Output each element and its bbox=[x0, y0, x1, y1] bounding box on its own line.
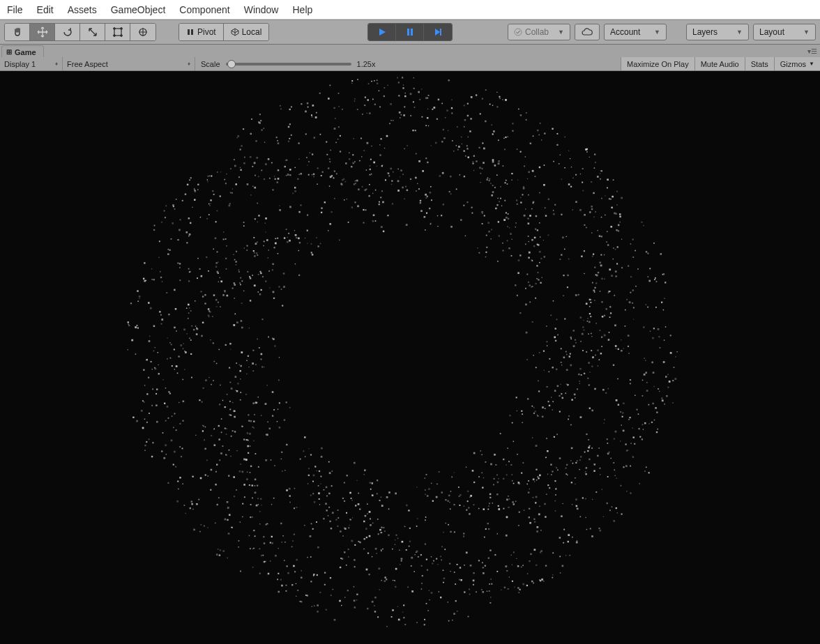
scale-tool-button[interactable] bbox=[80, 24, 105, 40]
scale-control: Scale 1.25x bbox=[195, 60, 381, 68]
menu-window[interactable]: Window bbox=[237, 1, 286, 18]
account-label: Account bbox=[610, 27, 640, 37]
local-icon bbox=[231, 28, 239, 36]
svg-rect-6 bbox=[188, 29, 190, 35]
move-icon bbox=[37, 26, 48, 38]
game-control-bar: Display 1 ♦ Free Aspect ♦ Scale 1.25x Ma… bbox=[0, 57, 820, 71]
game-viewport bbox=[0, 71, 820, 644]
svg-point-11 bbox=[515, 29, 522, 36]
pause-button[interactable] bbox=[396, 24, 424, 40]
chevron-down-icon: ▼ bbox=[809, 61, 814, 67]
transform-tool-group bbox=[4, 23, 156, 41]
pivot-icon bbox=[186, 28, 195, 36]
aspect-label: Free Aspect bbox=[67, 60, 108, 68]
layers-dropdown[interactable]: Layers ▼ bbox=[686, 24, 749, 40]
step-icon bbox=[433, 27, 443, 37]
chevron-down-icon: ▼ bbox=[736, 29, 743, 36]
rect-tool-button[interactable] bbox=[105, 24, 130, 40]
chevron-down-icon: ▼ bbox=[654, 29, 660, 36]
handle-orientation-group: Pivot Local bbox=[179, 23, 269, 41]
rotate-tool-button[interactable] bbox=[55, 24, 80, 40]
svg-rect-9 bbox=[411, 29, 413, 36]
mixed-transform-icon bbox=[137, 26, 149, 38]
gizmos-toggle[interactable]: Gizmos ▼ bbox=[774, 57, 820, 70]
scale-icon bbox=[87, 26, 98, 38]
menu-component[interactable]: Component bbox=[172, 1, 236, 18]
tab-bar: Game ▾☰ bbox=[0, 45, 820, 57]
menu-assets[interactable]: Assets bbox=[61, 1, 104, 18]
cloud-button[interactable] bbox=[575, 24, 600, 40]
mute-audio-toggle[interactable]: Mute Audio bbox=[694, 57, 745, 70]
svg-point-2 bbox=[120, 28, 122, 30]
toolbar: Pivot Local Collab ▼ Account bbox=[0, 20, 820, 45]
scale-label: Scale bbox=[201, 60, 220, 68]
step-button[interactable] bbox=[424, 24, 452, 40]
aspect-dropdown[interactable]: Free Aspect ♦ bbox=[63, 57, 195, 70]
mixed-tool-button[interactable] bbox=[130, 24, 155, 40]
menu-gameobject[interactable]: GameObject bbox=[104, 1, 173, 18]
scale-slider-thumb[interactable] bbox=[227, 60, 236, 68]
toolbar-right: Collab ▼ Account ▼ Layers ▼ Layout ▼ bbox=[508, 24, 816, 40]
tab-game[interactable]: Game bbox=[1, 45, 44, 57]
layout-label: Layout bbox=[759, 27, 784, 37]
scale-slider[interactable] bbox=[226, 63, 351, 66]
updown-icon: ♦ bbox=[188, 61, 190, 67]
svg-rect-0 bbox=[114, 29, 121, 36]
svg-rect-10 bbox=[440, 29, 441, 36]
layers-label: Layers bbox=[692, 27, 718, 37]
svg-point-1 bbox=[113, 28, 115, 30]
menu-edit[interactable]: Edit bbox=[30, 1, 61, 18]
hand-icon bbox=[12, 26, 23, 38]
display-label: Display 1 bbox=[4, 60, 36, 68]
pivot-label: Pivot bbox=[197, 27, 216, 37]
collab-dropdown[interactable]: Collab ▼ bbox=[508, 24, 570, 40]
game-tab-label: Game bbox=[15, 48, 36, 56]
hand-tool-button[interactable] bbox=[5, 24, 30, 40]
game-tab-icon bbox=[6, 48, 12, 56]
rotate-icon bbox=[62, 26, 73, 38]
rect-icon bbox=[112, 26, 123, 38]
svg-rect-7 bbox=[191, 29, 193, 35]
play-controls bbox=[367, 23, 453, 41]
account-dropdown[interactable]: Account ▼ bbox=[604, 24, 667, 40]
menu-bar: File Edit Assets GameObject Component Wi… bbox=[0, 0, 820, 20]
particle-ring bbox=[0, 71, 820, 644]
svg-rect-8 bbox=[407, 29, 409, 36]
scale-value: 1.25x bbox=[357, 60, 376, 68]
updown-icon: ♦ bbox=[55, 61, 58, 67]
local-label: Local bbox=[242, 27, 262, 37]
pivot-toggle[interactable]: Pivot bbox=[179, 24, 224, 40]
pause-icon bbox=[405, 27, 415, 37]
menu-file[interactable]: File bbox=[0, 1, 30, 18]
cloud-icon bbox=[582, 28, 593, 36]
layout-dropdown[interactable]: Layout ▼ bbox=[753, 24, 816, 40]
svg-point-4 bbox=[120, 35, 122, 37]
local-toggle[interactable]: Local bbox=[224, 24, 269, 40]
checkmark-circle-icon bbox=[514, 28, 522, 36]
chevron-down-icon: ▼ bbox=[558, 29, 564, 36]
move-tool-button[interactable] bbox=[30, 24, 55, 40]
stats-toggle[interactable]: Stats bbox=[745, 57, 774, 70]
play-icon bbox=[377, 27, 387, 37]
svg-point-3 bbox=[113, 35, 115, 37]
tab-context-menu[interactable]: ▾☰ bbox=[807, 47, 817, 55]
collab-label: Collab bbox=[525, 27, 549, 37]
menu-help[interactable]: Help bbox=[285, 1, 319, 18]
maximize-on-play-toggle[interactable]: Maximize On Play bbox=[621, 57, 694, 70]
display-dropdown[interactable]: Display 1 ♦ bbox=[0, 57, 63, 70]
play-button[interactable] bbox=[368, 24, 396, 40]
chevron-down-icon: ▼ bbox=[803, 29, 810, 36]
